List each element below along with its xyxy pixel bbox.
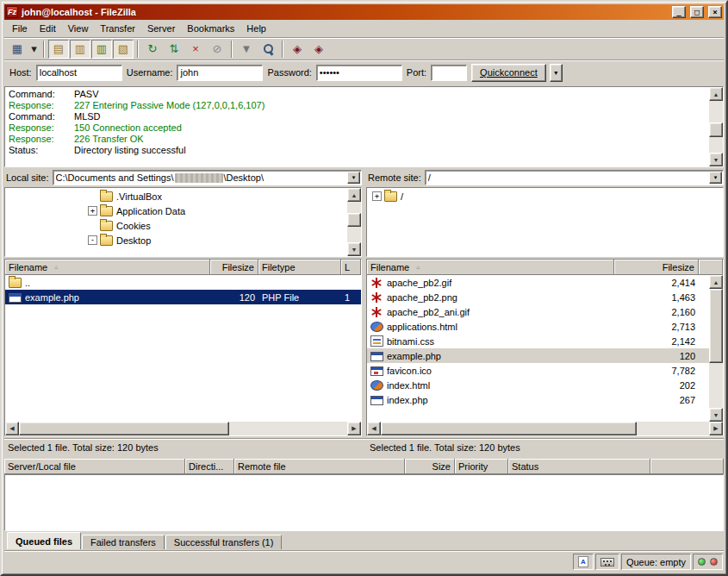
folder-icon [100, 206, 113, 216]
tab-successful-transfers[interactable]: Successful transfers (1) [165, 535, 283, 549]
column-header-last-modified[interactable]: L [341, 260, 361, 275]
scroll-thumb[interactable] [381, 422, 637, 435]
tree-item[interactable]: Cookies [5, 218, 347, 233]
file-row[interactable]: apache_pb2_ani.gif 2,160 [367, 304, 709, 319]
quickconnect-dropdown[interactable]: ▾ [550, 64, 563, 82]
close-button[interactable]: × [708, 6, 722, 18]
column-header-filesize[interactable]: Filesize [614, 260, 699, 275]
queue-column-header[interactable]: Status [508, 459, 650, 474]
menu-transfer[interactable]: Transfer [94, 21, 141, 36]
local-site-dropdown[interactable]: ▾ [347, 172, 360, 184]
host-input[interactable] [36, 65, 122, 81]
toggle-remote-tree-button[interactable]: ▥ [91, 40, 112, 59]
disconnect-button[interactable]: ⊘ [207, 40, 227, 59]
file-row[interactable]: applications.html 2,713 [367, 319, 709, 334]
tab-queued-files[interactable]: Queued files [7, 532, 81, 549]
file-row[interactable]: favicon.ico 7,782 [367, 363, 709, 378]
column-header-filename[interactable]: Filename▵ [5, 260, 210, 275]
file-row[interactable]: example.php 120 PHP File 1 [5, 290, 361, 304]
scroll-left-icon[interactable]: ◀ [5, 422, 19, 435]
file-row[interactable]: index.php 267 [367, 392, 709, 407]
scroll-track[interactable] [709, 289, 723, 408]
local-hscrollbar[interactable]: ◀ ▶ [5, 422, 361, 435]
scroll-down-icon[interactable]: ▼ [709, 408, 723, 422]
filter-button[interactable]: ▼ [236, 40, 257, 59]
expander-icon[interactable] [88, 191, 97, 201]
tree-item[interactable]: - Desktop [5, 233, 347, 247]
toggle-queue-button[interactable]: ▧ [113, 40, 134, 59]
scroll-track[interactable] [347, 202, 361, 242]
cancel-button[interactable]: × [185, 40, 206, 59]
queue-column-header[interactable]: Server/Local file [4, 459, 185, 474]
scroll-up-icon[interactable]: ▲ [709, 87, 723, 101]
toggle-log-button[interactable]: ▤ [48, 40, 69, 59]
tree-item[interactable]: .VirtualBox [5, 189, 347, 203]
queue-column-header[interactable]: Directi... [185, 459, 234, 474]
menu-help[interactable]: Help [240, 21, 272, 36]
queue-column-header[interactable]: Remote file [234, 459, 405, 474]
remote-hscrollbar[interactable]: ◀ ▶ [367, 422, 723, 435]
scroll-down-icon[interactable]: ▼ [347, 242, 361, 256]
scroll-thumb[interactable] [709, 289, 723, 363]
scroll-thumb[interactable] [709, 122, 723, 137]
refresh-button[interactable]: ↻ [142, 40, 163, 59]
tree-item[interactable]: + Application Data [5, 203, 347, 218]
file-row[interactable]: apache_pb2.png 1,463 [367, 290, 709, 304]
menu-view[interactable]: View [62, 21, 95, 36]
file-row[interactable]: index.html 202 [367, 378, 709, 392]
titlebar[interactable]: Fz john@localhost - FileZilla _ □ × [4, 4, 724, 20]
scroll-up-icon[interactable]: ▲ [347, 188, 361, 202]
site-manager-dropdown[interactable]: ▾ [28, 40, 40, 59]
maximize-button[interactable]: □ [690, 6, 704, 18]
file-row[interactable]: bitnami.css 2,142 [367, 334, 709, 348]
file-icon [370, 292, 383, 303]
log-scrollbar[interactable]: ▲ ▼ [709, 87, 723, 166]
scroll-down-icon[interactable]: ▼ [709, 153, 723, 166]
tab-failed-transfers[interactable]: Failed transfers [82, 535, 165, 549]
expander-icon[interactable]: + [88, 206, 97, 216]
scroll-track[interactable] [709, 101, 723, 153]
process-queue-button[interactable]: ⇅ [164, 40, 184, 59]
scroll-thumb[interactable] [19, 422, 229, 435]
folder-icon [100, 235, 113, 246]
port-input[interactable] [431, 65, 467, 81]
file-row[interactable]: apache_pb2.gif 2,414 [367, 275, 709, 290]
local-site-combo[interactable]: C:\Documents and Settings\\Desktop\ ▾ [53, 170, 362, 185]
local-tree-scrollbar[interactable]: ▲ ▼ [347, 188, 361, 256]
file-row[interactable]: example.php 120 [367, 348, 709, 363]
find-button[interactable] [258, 40, 278, 59]
password-input[interactable] [316, 65, 402, 81]
file-row[interactable]: .. [5, 275, 361, 290]
compare-button[interactable]: ◈ [287, 40, 308, 59]
scroll-track[interactable] [19, 422, 347, 435]
expander-icon[interactable]: - [88, 235, 97, 245]
scroll-left-icon[interactable]: ◀ [367, 422, 381, 435]
column-header-filesize[interactable]: Filesize [210, 260, 258, 275]
queue-column-header[interactable]: Priority [455, 459, 508, 474]
scroll-up-icon[interactable]: ▲ [709, 275, 723, 289]
minimize-button[interactable]: _ [672, 6, 686, 18]
remote-site-combo[interactable]: / ▾ [425, 170, 724, 185]
toggle-local-tree-button[interactable]: ▥ [70, 40, 90, 59]
sync-browsing-button[interactable]: ◈ [308, 40, 329, 59]
column-header-filename[interactable]: Filename▵ [367, 260, 614, 275]
scroll-right-icon[interactable]: ▶ [709, 422, 723, 435]
menu-bookmarks[interactable]: Bookmarks [181, 21, 240, 36]
expander-icon[interactable]: + [372, 191, 382, 201]
column-header-filetype[interactable]: Filetype [258, 260, 341, 275]
username-input[interactable] [177, 65, 263, 81]
remote-vscrollbar[interactable]: ▲ ▼ [709, 275, 723, 422]
expander-icon[interactable] [88, 221, 97, 230]
queue-column-header[interactable]: Size [405, 459, 455, 474]
site-manager-button[interactable]: ▦ [7, 40, 28, 59]
quickconnect-button[interactable]: Quickconnect [471, 64, 546, 82]
menu-file[interactable]: File [6, 21, 34, 36]
queue-column-header[interactable] [650, 459, 724, 474]
menu-edit[interactable]: Edit [34, 21, 62, 36]
scroll-right-icon[interactable]: ▶ [347, 422, 361, 435]
tree-item[interactable]: + / [367, 189, 723, 203]
scroll-thumb[interactable] [347, 213, 361, 227]
menu-server[interactable]: Server [141, 21, 181, 36]
remote-site-dropdown[interactable]: ▾ [709, 172, 722, 184]
scroll-track[interactable] [381, 422, 709, 435]
